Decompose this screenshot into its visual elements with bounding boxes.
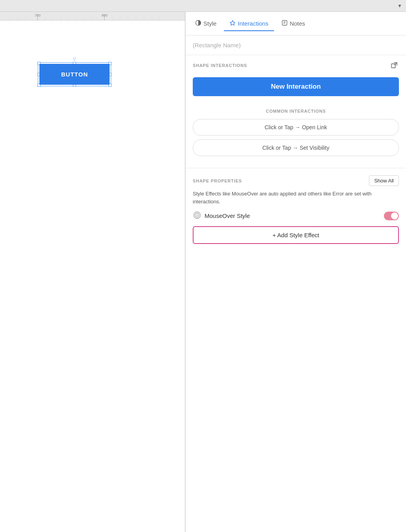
mouseover-text: MouseOver Style: [205, 212, 250, 219]
tab-style[interactable]: Style: [190, 17, 222, 31]
top-indicator: ▽: [73, 57, 76, 61]
mouseover-toggle[interactable]: [384, 212, 399, 220]
mouseover-style-label: MouseOver Style: [193, 211, 250, 221]
selected-element[interactable]: BUTTON: [39, 64, 110, 85]
ruler-content: 700 800: [0, 12, 185, 19]
external-link-icon[interactable]: [389, 61, 399, 70]
dropdown-icon[interactable]: ▼: [397, 3, 402, 9]
properties-description: Style Effects like MouseOver are auto ap…: [193, 190, 399, 205]
style-icon: [195, 20, 201, 27]
svg-point-30: [197, 215, 198, 216]
show-all-button[interactable]: Show All: [369, 175, 399, 186]
ruler: 700 800: [0, 12, 185, 20]
tab-style-label: Style: [203, 20, 216, 27]
svg-text:700: 700: [35, 13, 41, 17]
shape-interactions-label: SHAPE INTERACTIONS: [193, 63, 247, 68]
tab-notes[interactable]: Notes: [276, 17, 311, 31]
common-interactions-label: COMMON INTERACTIONS: [193, 109, 399, 113]
top-bar: ▼: [0, 0, 406, 12]
panel-tabs: Style Interactions Notes: [186, 12, 406, 35]
svg-rect-26: [391, 64, 395, 68]
main-content: 700 800 ▽: [0, 12, 406, 532]
open-link-button[interactable]: Click or Tap → Open Link: [193, 119, 399, 136]
canvas-content: ▽ BUTTON: [0, 20, 185, 532]
rectangle-name: (Rectangle Name): [186, 35, 406, 55]
canvas-button[interactable]: BUTTON: [39, 64, 110, 85]
target-icon: [193, 211, 201, 221]
add-style-effect-button[interactable]: + Add Style Effect: [193, 226, 399, 244]
set-visibility-button[interactable]: Click or Tap → Set Visibility: [193, 140, 399, 156]
panel-content: (Rectangle Name) SHAPE INTERACTIONS New …: [186, 35, 406, 532]
tab-notes-label: Notes: [290, 20, 305, 27]
section-divider: [186, 168, 406, 168]
shape-properties-section: SHAPE PROPERTIES Show All Style Effects …: [186, 170, 406, 249]
svg-rect-23: [282, 20, 287, 25]
tab-interactions-label: Interactions: [238, 20, 268, 27]
right-panel: Style Interactions Notes: [185, 12, 406, 532]
new-interaction-button[interactable]: New Interaction: [193, 77, 399, 96]
interactions-icon: [229, 20, 236, 27]
common-interactions-section: COMMON INTERACTIONS Click or Tap → Open …: [186, 101, 406, 166]
mouseover-style-row: MouseOver Style: [193, 211, 399, 221]
canvas-button-wrapper: ▽ BUTTON: [39, 64, 110, 85]
svg-text:800: 800: [102, 13, 108, 17]
notes-icon: [281, 20, 288, 27]
tab-interactions[interactable]: Interactions: [224, 17, 274, 31]
canvas-area: 700 800 ▽: [0, 12, 185, 532]
shape-interactions-header: SHAPE INTERACTIONS: [186, 55, 406, 74]
properties-header: SHAPE PROPERTIES Show All: [193, 175, 399, 186]
shape-properties-label: SHAPE PROPERTIES: [193, 179, 242, 183]
